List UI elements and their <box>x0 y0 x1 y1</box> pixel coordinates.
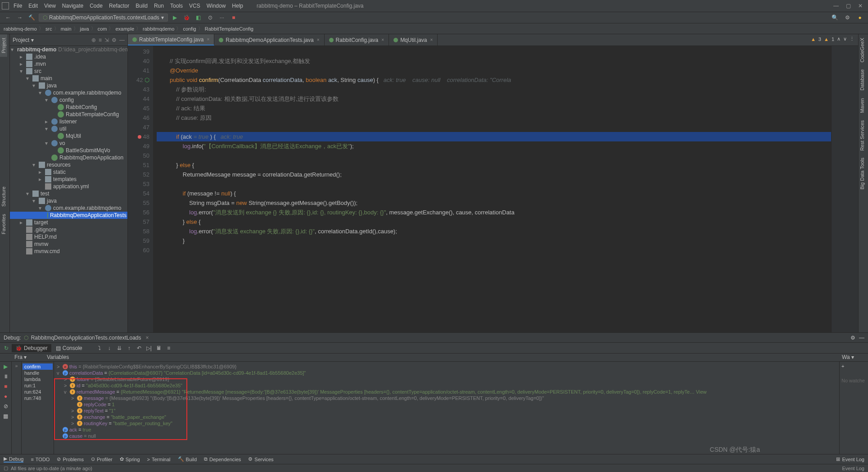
tree-item[interactable]: ▸target <box>10 219 127 226</box>
project-tab[interactable]: Project <box>0 34 7 57</box>
breadcrumb-part[interactable]: example <box>115 26 134 32</box>
gear-icon[interactable]: ⚙ <box>850 335 855 341</box>
close-icon[interactable]: ✕ <box>858 3 863 9</box>
breadcrumb-part[interactable]: java <box>80 26 89 32</box>
resume-icon[interactable]: ▶ <box>4 363 8 370</box>
gear-icon[interactable]: ⚙ <box>112 37 117 43</box>
prev-frame-icon[interactable]: » <box>12 363 21 368</box>
layout-icon[interactable]: ▦ <box>3 413 8 419</box>
breadcrumb-part[interactable]: rabbitmq-demo <box>4 26 37 32</box>
tree-root[interactable]: ▾rabbitmq-demo D:\idea_project\rabbitmq-… <box>10 46 127 53</box>
menu-refactor[interactable]: Refactor <box>106 2 132 10</box>
chevron-down-icon[interactable]: ▾ <box>31 37 34 43</box>
avatar-icon[interactable]: ● <box>855 13 864 22</box>
bottom-tab-services[interactable]: ⚙Services <box>248 456 273 462</box>
step-into-icon[interactable]: ↓ <box>105 344 114 353</box>
tree-item[interactable]: mvnw.cmd <box>10 248 127 255</box>
tree-item[interactable]: ▾main <box>10 75 127 82</box>
collapse-icon[interactable]: ≡ <box>99 37 102 43</box>
var-row[interactable]: vp correlationData = {CorrelationData@69… <box>54 370 839 376</box>
breakpoints-icon[interactable]: ● <box>4 393 7 399</box>
right-tab[interactable]: Big Data Tools <box>859 154 866 193</box>
step-out-icon[interactable]: ↑ <box>125 344 134 353</box>
tree-item[interactable]: ▾com.example.rabbitmqdemo <box>10 89 127 96</box>
breadcrumb-part[interactable]: rabbitmqdemo <box>143 26 174 32</box>
menu-window[interactable]: Window <box>204 2 229 10</box>
breadcrumb-part[interactable]: RabbitTemplateConfig <box>205 26 253 32</box>
attach-icon[interactable]: ··· <box>217 13 226 22</box>
close-icon[interactable]: × <box>146 335 149 341</box>
profile-icon[interactable]: ⊙ <box>206 13 215 22</box>
editor-tab[interactable]: RabbitTemplateConfig.java× <box>128 34 214 45</box>
bottom-tab-todo[interactable]: ≡TODO <box>31 457 50 462</box>
menu-navigate[interactable]: Navigate <box>59 2 86 10</box>
bottom-tab-build[interactable]: 🔨Build <box>178 456 197 462</box>
pause-icon[interactable]: ⏸ <box>3 373 9 380</box>
breadcrumb-part[interactable]: main <box>61 26 72 32</box>
minimap[interactable] <box>831 46 858 332</box>
expand-icon[interactable]: ⇲ <box>104 37 109 43</box>
bottom-tab-spring[interactable]: ✿Spring <box>120 456 140 462</box>
trace-icon[interactable]: ≡ <box>164 344 173 353</box>
tree-item[interactable]: ▾resources <box>10 161 127 168</box>
tree-item[interactable]: .gitignore <box>10 226 127 233</box>
right-tab[interactable]: CodeGeeX <box>859 34 866 66</box>
menu-build[interactable]: Build <box>133 2 150 10</box>
frame[interactable]: confirm <box>23 363 53 370</box>
drop-frame-icon[interactable]: ↶ <box>135 344 144 353</box>
rerun-icon[interactable]: ↻ <box>2 344 11 353</box>
hammer-icon[interactable]: 🔨 <box>27 13 36 22</box>
var-row[interactable]: >e this = {RabbitTemplateConfig$$Enhance… <box>54 363 839 370</box>
code-area[interactable]: 39404142 ⬡4344454647 4849505152535455565… <box>128 46 858 332</box>
bottom-tab-debug[interactable]: ▶Debug <box>4 456 23 463</box>
expand-icon[interactable]: ▢ <box>4 465 8 471</box>
tree-item[interactable]: ▸static <box>10 168 127 176</box>
breadcrumb-part[interactable]: src <box>45 26 52 32</box>
bottom-tab-problems[interactable]: ⊘Problems <box>57 456 83 462</box>
breadcrumb-part[interactable]: config <box>183 26 196 32</box>
run-icon[interactable]: ▶ <box>171 13 180 22</box>
watches[interactable]: + No watche <box>839 362 868 454</box>
bottom-tab-dependencies[interactable]: ⧉Dependencies <box>204 456 241 462</box>
run-config-select[interactable]: ⬡ RabbitmqDemoApplicationTests.contextLo… <box>39 14 168 22</box>
tree-item[interactable]: MqUtil <box>10 132 127 140</box>
frame[interactable]: lambda <box>23 376 53 382</box>
bottom-tab-profiler[interactable]: ⊙Profiler <box>91 456 113 462</box>
force-step-icon[interactable]: ⇊ <box>115 344 124 353</box>
tree-item[interactable]: RabbitConfig <box>10 104 127 111</box>
frames-list[interactable]: confirmhandlelambdarun:1run:624run:748 <box>22 362 54 454</box>
frame[interactable]: run:1 <box>23 382 53 389</box>
maximize-icon[interactable]: ▢ <box>846 3 851 9</box>
tree-item[interactable]: ▾com.example.rabbitmqdemo <box>10 204 127 212</box>
up-icon[interactable]: ∧ <box>837 36 841 42</box>
gear-icon[interactable]: ⚙ <box>843 13 852 22</box>
tree-item[interactable]: ▾java <box>10 82 127 89</box>
editor-tab[interactable]: RabbitmqDemoApplicationTests.java× <box>214 34 324 45</box>
favorites-tab[interactable]: Favorites <box>0 210 7 238</box>
minimize-icon[interactable]: — <box>833 3 839 9</box>
frame[interactable]: run:624 <box>23 389 53 395</box>
frame[interactable]: handle <box>23 370 53 376</box>
right-tab[interactable]: Database <box>859 66 866 94</box>
down-icon[interactable]: ∨ <box>843 36 847 42</box>
editor-tab[interactable]: MqUtil.java× <box>389 34 438 45</box>
tree-item[interactable]: BattleSubmitMqVo <box>10 147 127 154</box>
mute-icon[interactable]: ⊘ <box>4 403 8 409</box>
tree-item[interactable]: ▸listener <box>10 118 127 125</box>
menu-edit[interactable]: Edit <box>26 2 41 10</box>
debugger-tab[interactable]: 🐞Debugger <box>12 344 51 352</box>
right-tab[interactable]: Maven <box>859 95 866 117</box>
menu-vcs[interactable]: VCS <box>186 2 203 10</box>
debug-icon[interactable]: 🐞 <box>182 13 191 22</box>
tree-item[interactable]: HELP.md <box>10 233 127 241</box>
tree-item[interactable]: ▾java <box>10 197 127 204</box>
stop-icon[interactable]: ■ <box>229 13 238 22</box>
tree-item[interactable]: ▾vo <box>10 140 127 147</box>
menu-view[interactable]: View <box>41 2 59 10</box>
more-icon[interactable]: ⋮ <box>850 36 854 42</box>
menu-run[interactable]: Run <box>151 2 167 10</box>
add-watch-icon[interactable]: + <box>841 363 866 369</box>
tree-item[interactable]: ▸templates <box>10 176 127 183</box>
step-over-icon[interactable]: ⤵ <box>95 344 104 353</box>
editor-tab[interactable]: RabbitConfig.java× <box>325 34 389 45</box>
